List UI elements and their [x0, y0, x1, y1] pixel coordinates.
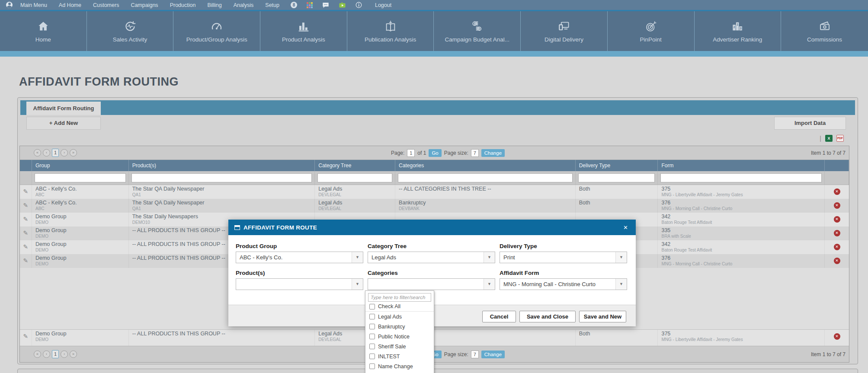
category-option-sheriff-sale[interactable]: Sheriff Sale — [365, 341, 434, 351]
pager-current-page[interactable]: 1 — [52, 350, 59, 358]
chevron-down-icon[interactable]: ▼ — [484, 279, 495, 290]
categories-filter-input[interactable] — [368, 293, 431, 302]
checkbox[interactable] — [369, 324, 375, 329]
ribbon-item-product-group-analysis[interactable]: Product/Group Analysis — [173, 11, 260, 51]
affidavit-form-dropdown[interactable]: MNG - Morning Call - Christine Curto ▼ — [500, 278, 627, 290]
ribbon-item-home[interactable]: Home — [0, 11, 87, 51]
edit-icon[interactable]: ✎ — [23, 216, 29, 223]
chevron-down-icon[interactable]: ▼ — [352, 252, 363, 263]
page-number-input[interactable] — [407, 149, 415, 157]
categories-dropdown[interactable]: ▼ — [368, 278, 495, 290]
delete-icon[interactable]: ✕ — [834, 333, 840, 340]
delete-icon[interactable]: ✕ — [834, 216, 840, 223]
chevron-down-icon[interactable]: ▼ — [615, 279, 627, 290]
pager-prev-button[interactable]: ‹ — [43, 351, 50, 358]
checkbox[interactable] — [369, 363, 375, 369]
pager-next-button[interactable]: › — [61, 351, 68, 358]
menu-item-customers[interactable]: Customers — [93, 2, 119, 8]
menu-item-main-menu[interactable]: Main Menu — [20, 2, 47, 8]
filter-input-group[interactable] — [35, 173, 126, 182]
menu-item-analysis[interactable]: Analysis — [234, 2, 254, 8]
ribbon-item-advertiser-ranking[interactable]: 213Advertiser Ranking — [695, 11, 782, 51]
delete-icon[interactable]: ✕ — [834, 258, 840, 264]
go-button[interactable]: Go — [429, 149, 441, 157]
delete-icon[interactable]: ✕ — [834, 202, 840, 209]
edit-icon[interactable]: ✎ — [23, 188, 29, 195]
menu-item-production[interactable]: Production — [170, 2, 196, 8]
products-dropdown[interactable]: ▼ — [236, 278, 363, 290]
delete-icon[interactable]: ✕ — [834, 230, 840, 236]
category-option-legal-ads[interactable]: Legal Ads — [365, 312, 434, 322]
ribbon-item-sales-activity[interactable]: Sales Activity — [87, 11, 174, 51]
logout-link[interactable]: Logout — [375, 2, 391, 8]
checkbox[interactable] — [369, 314, 375, 319]
delete-icon[interactable]: ✕ — [834, 244, 840, 250]
info-icon[interactable] — [356, 2, 362, 8]
edit-icon[interactable]: ✎ — [23, 333, 29, 340]
pager-last-button[interactable]: » — [70, 351, 77, 358]
change-button[interactable]: Change — [481, 149, 505, 157]
apps-grid-icon[interactable] — [307, 2, 313, 8]
ribbon-item-commissions[interactable]: Commissions — [781, 11, 868, 51]
menu-item-billing[interactable]: Billing — [207, 2, 221, 8]
delivery-type-dropdown[interactable]: Print ▼ — [500, 252, 627, 263]
column-header-group[interactable]: Group — [32, 160, 129, 171]
page-size-input[interactable] — [471, 149, 479, 157]
category-option-check-all[interactable]: Check All — [365, 302, 434, 312]
filter-input-category-tree[interactable] — [317, 173, 392, 182]
video-tutorials-icon[interactable] — [339, 2, 346, 8]
cancel-button[interactable]: Cancel — [482, 311, 516, 322]
ribbon-item-digital-delivery[interactable]: Digital Delivery — [521, 11, 608, 51]
close-icon[interactable]: ✕ — [621, 223, 630, 232]
export-excel-icon[interactable]: X — [825, 135, 833, 142]
menu-item-campaigns[interactable]: Campaigns — [131, 2, 158, 8]
checkbox[interactable] — [369, 304, 375, 309]
chat-icon[interactable] — [322, 2, 329, 8]
chevron-down-icon[interactable]: ▼ — [484, 252, 495, 263]
checkbox[interactable] — [369, 344, 375, 349]
edit-icon[interactable]: ✎ — [23, 257, 29, 264]
import-data-button[interactable]: Import Data — [774, 117, 846, 130]
filter-input-categories[interactable] — [398, 173, 573, 182]
notification-badge-icon[interactable]: 8 — [291, 2, 297, 8]
column-header-delivery-type[interactable]: Delivery Type — [576, 160, 658, 171]
edit-icon[interactable]: ✎ — [23, 243, 29, 250]
category-option-bankruptcy[interactable]: Bankruptcy — [365, 322, 434, 332]
checkbox[interactable] — [369, 354, 375, 359]
column-header-category-tree[interactable]: Category Tree — [315, 160, 395, 171]
ribbon-item-campaign-budget-anal[interactable]: Campaign Budget Anal... — [434, 11, 521, 51]
ribbon-item-publication-analysis[interactable]: Publication Analysis — [347, 11, 434, 51]
ribbon-item-product-analysis[interactable]: Product Analysis — [260, 11, 347, 51]
pager-first-button[interactable]: « — [34, 149, 41, 156]
save-and-close-button[interactable]: Save and Close — [519, 311, 576, 322]
change-button[interactable]: Change — [481, 351, 505, 358]
category-option-public-notice[interactable]: Public Notice — [365, 332, 434, 341]
pager-first-button[interactable]: « — [34, 351, 41, 358]
filter-input-product-s[interactable] — [131, 173, 312, 182]
column-header-categories[interactable]: Categories — [395, 160, 576, 171]
delete-icon[interactable]: ✕ — [834, 188, 840, 195]
chevron-down-icon[interactable]: ▼ — [352, 279, 363, 290]
edit-icon[interactable]: ✎ — [23, 202, 29, 209]
pager-last-button[interactable]: » — [70, 149, 77, 156]
checkbox[interactable] — [369, 334, 375, 339]
column-header-form[interactable]: Form — [658, 160, 825, 171]
tab-affidavit-form-routing[interactable]: Affidavit Form Routing — [26, 102, 101, 115]
product-group-dropdown[interactable]: ABC - Kelly's Co. ▼ — [236, 252, 363, 263]
filter-input-delivery-type[interactable] — [578, 173, 655, 182]
page-size-input[interactable] — [471, 351, 479, 358]
pager-current-page[interactable]: 1 — [52, 149, 59, 157]
pager-next-button[interactable]: › — [61, 149, 68, 156]
add-new-button[interactable]: + Add New — [26, 117, 101, 130]
category-option-inltest[interactable]: INLTEST — [365, 351, 434, 361]
menu-item-setup[interactable]: Setup — [265, 2, 279, 8]
category-tree-dropdown[interactable]: Legal Ads ▼ — [368, 252, 495, 263]
pager-prev-button[interactable]: ‹ — [43, 149, 50, 156]
column-header-product-s[interactable]: Product(s) — [129, 160, 315, 171]
category-option-name-change[interactable]: Name Change — [365, 361, 434, 371]
chevron-down-icon[interactable]: ▼ — [615, 252, 627, 263]
edit-icon[interactable]: ✎ — [23, 230, 29, 236]
save-and-new-button[interactable]: Save and New — [579, 311, 626, 322]
user-avatar-icon[interactable] — [6, 2, 13, 8]
filter-input-form[interactable] — [660, 173, 822, 182]
